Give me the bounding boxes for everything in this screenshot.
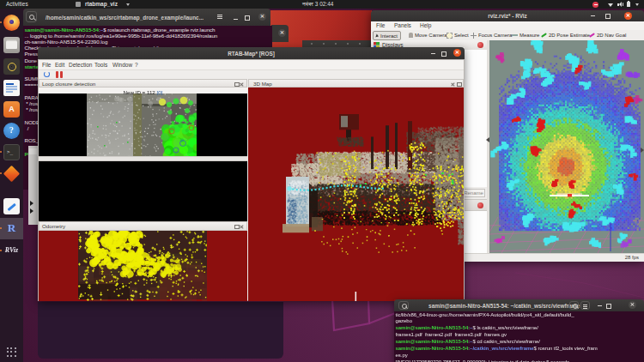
loop-match-view[interactable] xyxy=(39,161,247,221)
rtabmap-titlebar[interactable]: RTAB-Map* [ROS] × xyxy=(38,47,465,59)
menu-icon[interactable] xyxy=(580,301,590,310)
terminal-line: samin@samin-Nitro-AN515-54:~/catkin_ws/s… xyxy=(396,346,644,353)
decor xyxy=(6,91,13,93)
measure-icon xyxy=(512,34,518,36)
maximize-icon[interactable] xyxy=(441,51,447,57)
odometry-panel-header[interactable]: Odometry xyxy=(39,221,247,231)
network-icon[interactable] xyxy=(608,3,613,7)
dock-item-rtab-map[interactable]: R xyxy=(3,220,20,237)
loop-panel-header[interactable]: Loop closure detection xyxy=(39,79,247,87)
tool-move-camera[interactable]: Move Camera xyxy=(409,31,447,39)
splitter-arrow-left-icon[interactable] xyxy=(486,137,489,142)
dock-item-rhythmbox[interactable] xyxy=(3,58,20,75)
background-window-strip xyxy=(302,40,372,47)
close-icon[interactable]: × xyxy=(258,13,266,21)
close-icon[interactable]: × xyxy=(453,49,461,57)
map-3d-view[interactable] xyxy=(248,87,464,301)
rhythmbox-icon xyxy=(3,58,20,75)
help-icon: ? xyxy=(3,123,20,139)
panel-close-icon[interactable] xyxy=(477,42,483,48)
close-icon[interactable]: × xyxy=(624,12,632,20)
do-not-disturb-icon xyxy=(592,2,598,8)
dock-item-ubuntu-software[interactable]: A xyxy=(3,101,20,118)
tool-focus-camera[interactable]: Focus Camera xyxy=(471,31,512,39)
close-icon[interactable]: × xyxy=(278,29,286,37)
maximize-icon[interactable] xyxy=(606,304,611,309)
minimize-icon[interactable] xyxy=(431,53,435,54)
menu-file[interactable]: File xyxy=(42,62,51,68)
menu-window[interactable]: Window xyxy=(112,62,132,68)
terminal-line: samin@samin-Nitro-AN515-54:~$ roslaunch … xyxy=(25,27,272,33)
pause-icon[interactable] xyxy=(56,71,58,78)
menu-panels[interactable]: Panels xyxy=(394,22,411,28)
terminal-top-titlebar[interactable]: /home/samin/catkin_ws/src/rtabmap_drone_… xyxy=(23,9,270,26)
decor xyxy=(6,86,17,87)
costmap-render xyxy=(489,40,644,253)
arrow-right-icon xyxy=(30,201,33,206)
focused-app-name[interactable]: rtabmap_viz xyxy=(85,0,118,9)
panel-float-close-icons[interactable] xyxy=(234,224,244,229)
close-icon[interactable]: × xyxy=(629,301,636,309)
tool-interact[interactable]: Interact xyxy=(373,31,401,40)
terminal-line: tic/lib/x86_64-linux-gnu:/home/samin/PX4… xyxy=(396,312,644,319)
panel-float-close-icons[interactable] xyxy=(451,81,460,87)
menu-tools[interactable]: Tools xyxy=(94,62,107,68)
tool-2d-pose-estimate[interactable]: 2D Pose Estimate xyxy=(541,31,590,39)
dock-item-show-applications[interactable] xyxy=(3,344,20,360)
menu-help[interactable]: Help xyxy=(420,22,431,28)
search-icon[interactable] xyxy=(26,11,37,22)
dock-item-help[interactable]: ? xyxy=(3,123,20,139)
rename-button[interactable]: Rename xyxy=(462,189,485,197)
menu-file[interactable]: File xyxy=(376,22,385,28)
map-panel-header[interactable]: 3D Map xyxy=(248,79,464,87)
pause-icon[interactable] xyxy=(60,71,63,78)
splitter-arrow-right-icon[interactable] xyxy=(641,148,644,153)
minimize-icon[interactable] xyxy=(598,305,602,306)
dock-item-firefox[interactable] xyxy=(3,15,20,31)
dock-item-rviz[interactable]: RViz xyxy=(3,243,20,259)
rtabmap-title: RTAB-Map* [ROS] xyxy=(228,51,275,57)
battery-icon[interactable] xyxy=(627,2,630,7)
refresh-icon[interactable] xyxy=(44,71,50,77)
terminal-bottom-body[interactable]: tic/lib/x86_64-linux-gnu:/home/samin/PX4… xyxy=(394,311,644,362)
tool-measure[interactable]: Measure xyxy=(512,31,539,39)
maximize-icon[interactable] xyxy=(245,15,250,21)
decor xyxy=(10,355,12,357)
terminal-bottom-titlebar[interactable]: samin@samin-Nitro-AN515-54: ~/catkin_ws/… xyxy=(394,299,644,311)
panel-close-icon[interactable] xyxy=(477,202,483,208)
decor: * /ros xyxy=(25,100,39,106)
menu-edit[interactable]: Edit xyxy=(55,62,64,68)
menu-help[interactable]: ? xyxy=(135,62,138,68)
decor: ? xyxy=(3,125,20,135)
dock-item-terminal[interactable]: >_ xyxy=(3,144,20,160)
text-editor-icon xyxy=(3,198,20,214)
panel-float-close-icons[interactable] xyxy=(234,81,244,87)
decor xyxy=(33,18,36,21)
menu-icon[interactable] xyxy=(217,15,222,15)
rviz-3d-view[interactable] xyxy=(489,40,644,253)
minimize-icon[interactable] xyxy=(591,15,595,16)
maximize-icon[interactable] xyxy=(605,14,611,19)
tool-2d-nav-goal[interactable]: 2D Nav Goal xyxy=(589,31,626,39)
search-icon[interactable] xyxy=(569,301,579,310)
rviz-titlebar[interactable]: rviz.rviz* - RViz × xyxy=(371,10,644,21)
dock-item-text-editor[interactable] xyxy=(3,198,20,214)
activities-button[interactable]: Activities xyxy=(6,0,28,9)
search-icon[interactable] xyxy=(398,301,409,310)
focus-camera-icon xyxy=(471,33,477,39)
menu-detection[interactable]: Detection xyxy=(69,62,92,68)
arrow-right-icon xyxy=(30,208,33,214)
decor: / xyxy=(25,125,29,131)
minimize-icon[interactable] xyxy=(234,19,238,20)
tray-chevron-icon[interactable] xyxy=(635,3,639,6)
tool-select[interactable]: Select xyxy=(447,31,469,39)
dock-item-files[interactable] xyxy=(3,37,20,53)
dock-item-libreoffice-writer[interactable] xyxy=(3,80,20,96)
clock[interactable]: नवंबर 3 02:44 xyxy=(302,0,333,9)
panel-splitter[interactable] xyxy=(487,40,489,253)
odometry-view[interactable] xyxy=(39,231,247,301)
terminal-bottom-title: samin@samin-Nitro-AN515-54: ~/catkin_ws/… xyxy=(428,303,580,309)
decor xyxy=(332,299,369,330)
dock-item-gazebo[interactable] xyxy=(3,166,20,182)
loop-image-view[interactable]: New ID = 112 [0] xyxy=(39,87,247,156)
